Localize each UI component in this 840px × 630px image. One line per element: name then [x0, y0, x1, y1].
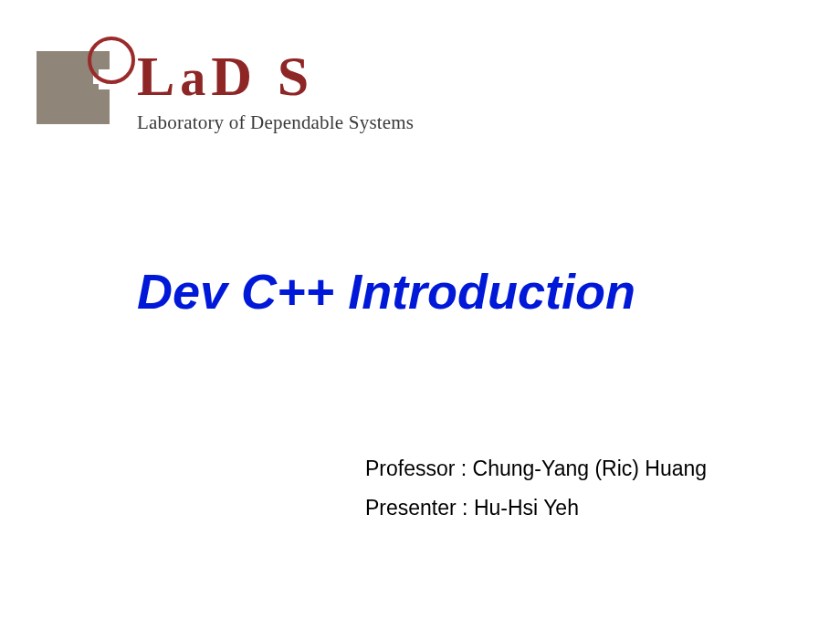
logo-letter-a: a [180, 49, 211, 106]
logo-brand-text: LaD S [137, 47, 414, 104]
logo-text-block: LaD S Laboratory of Dependable Systems [137, 35, 414, 134]
credits-block: Professor : Chung-Yang (Ric) Huang Prese… [365, 457, 707, 535]
presenter-credit: Presenter : Hu-Hsi Yeh [365, 496, 707, 520]
professor-credit: Professor : Chung-Yang (Ric) Huang [365, 457, 707, 481]
logo-letter-s: S [278, 45, 314, 107]
logo-graphic [37, 35, 128, 135]
logo-subtitle: Laboratory of Dependable Systems [137, 111, 414, 134]
logo-circle-icon [88, 37, 135, 84]
slide-title: Dev C++ Introduction [137, 263, 635, 320]
lads-logo: LaD S Laboratory of Dependable Systems [37, 35, 414, 135]
logo-letter-l: L [137, 45, 180, 107]
logo-letter-d: D [211, 45, 257, 107]
